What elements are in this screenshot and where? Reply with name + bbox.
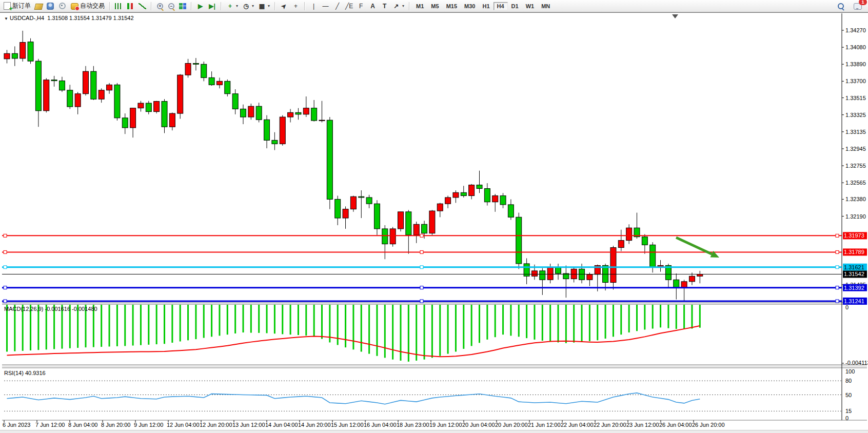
time-tick-label: 14 Jun 20:00 (298, 422, 331, 428)
price-tick-label: 1.33890 (845, 61, 866, 67)
time-tick-label: 20 Jun 20:00 (495, 422, 528, 428)
support-line-cyan-handle-right[interactable] (836, 266, 839, 269)
search-button[interactable] (835, 2, 846, 11)
new-order-icon (4, 2, 11, 10)
chartshift-icon: ▶| (208, 3, 216, 10)
main-toolbar: 新订单自动交易+−▶▶|+▾◷▾▦▾➤+|—╱╱EFAT↗▾M1M5M15M30… (0, 0, 868, 12)
timeframe-h4[interactable]: H4 (494, 2, 508, 10)
toolbar-right-icons: 1 (835, 2, 868, 11)
symbol-period-label: USDCAD-,H4 (10, 15, 44, 21)
autotrade-button[interactable]: 自动交易 (69, 1, 107, 11)
open-value: 1.31508 (47, 15, 68, 21)
text-label-button[interactable]: T (379, 2, 390, 11)
toolbar-group-4: +▾◷▾▦▾ (223, 0, 273, 12)
vertical-line-button[interactable]: | (308, 2, 320, 11)
dropdown-caret-icon[interactable]: ▾ (268, 4, 270, 8)
chart-shift-button[interactable]: ▶| (206, 2, 218, 11)
time-tick-label: 12 Jun 04:00 (167, 422, 200, 428)
time-tick-label: 13 Jun 12:00 (232, 422, 265, 428)
timeframe-group: M1M5M15M30H1H4D1W1MN (411, 0, 555, 12)
resistance-line-2-handle-right[interactable] (836, 250, 839, 253)
close-value: 1.31542 (113, 15, 134, 21)
time-tick-label: 22 Jun 04:00 (561, 422, 594, 428)
time-tick-label: 21 Jun 12:00 (528, 422, 561, 428)
stamp-tool-button[interactable] (33, 2, 45, 11)
timeframe-m1[interactable]: M1 (412, 2, 427, 10)
trading-platform-window: 新订单自动交易+−▶▶|+▾◷▾▦▾➤+|—╱╱EFAT↗▾M1M5M15M30… (0, 0, 868, 433)
timeframe-h1[interactable]: H1 (479, 2, 493, 10)
dropdown-caret-icon[interactable]: ▾ (252, 4, 254, 8)
signal-service-button[interactable] (56, 1, 69, 11)
time-tick-label: 15 Jun 12:00 (331, 422, 364, 428)
textlabel-icon: T (381, 3, 388, 10)
zoom-out-icon: − (168, 3, 175, 10)
horizontal-line-button[interactable]: — (320, 2, 331, 11)
zoom-in-button[interactable]: + (154, 2, 166, 11)
equidistant-channel-button[interactable]: ╱E (343, 2, 355, 11)
toolbar-group-1 (111, 0, 150, 12)
timeframe-m15[interactable]: M15 (443, 2, 461, 10)
time-axis[interactable]: 6 Jun 20237 Jun 12:008 Jun 04:008 Jun 20… (3, 420, 725, 428)
rsi-indicator-label: RSI(14) 40.9316 (4, 370, 46, 376)
bars-icon (115, 3, 123, 9)
arrows-button[interactable]: ↗▾ (390, 2, 406, 11)
timeframe-m30[interactable]: M30 (461, 2, 479, 10)
resistance-line-1-price-tag: 1.31973 (844, 232, 864, 239)
new-order-button[interactable]: 新订单 (2, 1, 33, 11)
dropdown-caret-icon[interactable]: ▾ (402, 4, 404, 8)
timeframe-m5[interactable]: M5 (427, 2, 442, 10)
timeframe-d1[interactable]: D1 (508, 2, 522, 10)
cursor-icon: ➤ (279, 1, 289, 11)
high-value: 1.31554 (69, 15, 90, 21)
resistance-line-1-handle-left[interactable] (4, 234, 7, 237)
toolbar-group-5: ➤+ (277, 0, 303, 12)
time-tick-label: 9 Jun 12:00 (134, 422, 164, 428)
dropdown-caret-icon[interactable]: ▾ (236, 4, 238, 8)
toolbar-separator (191, 2, 192, 10)
trendline-button[interactable]: ╱ (331, 2, 343, 11)
resistance-line-2-handle-center[interactable] (420, 250, 423, 253)
notifications-button[interactable]: 1 (852, 2, 864, 11)
tile-windows-button[interactable] (177, 2, 188, 10)
rsi-scale-label: 80 (845, 378, 852, 384)
resistance-line-2-handle-left[interactable] (4, 250, 7, 253)
periods-button[interactable]: ◷▾ (240, 2, 256, 11)
auto-scroll-button[interactable]: ▶ (194, 2, 206, 11)
price-tick-label: 1.32755 (845, 163, 866, 169)
toolbar-separator (304, 2, 305, 10)
collapse-arrow-icon[interactable]: ▼ (4, 16, 8, 21)
profile-button[interactable] (45, 2, 56, 11)
bar-chart-button[interactable] (113, 2, 125, 10)
price-chart-canvas[interactable]: 1.342701.340801.338901.337001.335151.333… (0, 13, 868, 433)
line-chart-button[interactable] (136, 2, 148, 10)
templates-button[interactable]: ▦▾ (256, 2, 272, 11)
support-line-blue-1-handle-right[interactable] (836, 286, 839, 289)
zoom-out-button[interactable]: − (166, 2, 177, 11)
support-line-blue-2-handle-left[interactable] (4, 300, 7, 303)
hline-icon: — (322, 3, 329, 10)
support-line-cyan-handle-center[interactable] (420, 266, 423, 269)
time-tick-label: 6 Jun 2023 (3, 422, 30, 428)
macd-indicator-label: MACD(12,26,9) -0.001616 -0.001480 (4, 306, 97, 312)
support-line-blue-2-handle-right[interactable] (836, 300, 839, 303)
low-value: 1.31479 (91, 15, 112, 21)
support-line-cyan-handle-left[interactable] (4, 266, 7, 269)
indicators-button[interactable]: +▾ (224, 2, 240, 11)
support-line-blue-1-handle-center[interactable] (420, 286, 423, 289)
fibonacci-button[interactable]: F (355, 2, 367, 11)
text-icon: A (369, 3, 377, 10)
support-line-blue-1-handle-left[interactable] (4, 286, 7, 289)
text-button[interactable]: A (367, 2, 379, 11)
support-line-blue-2-handle-center[interactable] (420, 300, 423, 303)
price-tick-label: 1.34270 (845, 27, 866, 33)
toolbar-separator (274, 2, 275, 10)
crosshair-button[interactable]: + (290, 2, 302, 11)
resistance-line-1-handle-right[interactable] (836, 234, 839, 237)
cursor-button[interactable]: ➤ (278, 2, 290, 11)
timeframe-w1[interactable]: W1 (522, 2, 538, 10)
shapes-icon: ↗ (392, 3, 400, 10)
chart-window: 1.342701.340801.338901.337001.335151.333… (0, 12, 868, 430)
candlestick-chart-button[interactable] (125, 2, 136, 10)
timeframe-mn[interactable]: MN (538, 2, 554, 10)
resistance-line-1-handle-center[interactable] (420, 234, 423, 237)
